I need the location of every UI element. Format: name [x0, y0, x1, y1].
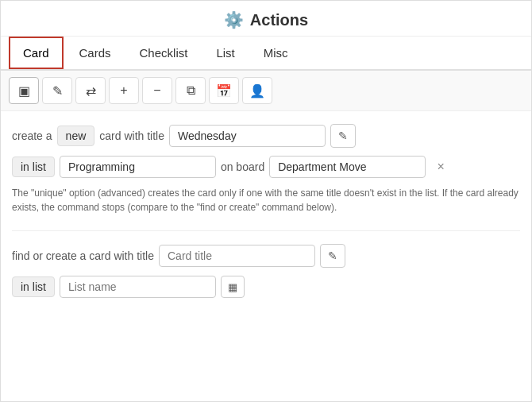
label-find-or-create: find or create a card with title	[12, 249, 154, 262]
header: ⚙️ Actions	[1, 1, 531, 37]
edit-button[interactable]: ✎	[42, 77, 72, 104]
title-input[interactable]	[169, 125, 326, 147]
label-on-board: on board	[221, 160, 264, 173]
label-card-with-title: card with title	[99, 129, 164, 142]
transfer-button[interactable]: ⇄	[75, 77, 106, 104]
list-name-input[interactable]	[60, 276, 216, 298]
content-area: create a new card with title ✎ in list o…	[1, 111, 531, 319]
tab-card[interactable]: Card	[9, 37, 64, 69]
tab-bar: Card Cards Checklist List Misc	[1, 37, 531, 71]
tag-new[interactable]: new	[57, 126, 95, 146]
tab-list[interactable]: List	[203, 38, 247, 68]
copy-button[interactable]: ⧉	[175, 77, 206, 104]
command-row-find-list: in list ▦	[12, 276, 520, 298]
calendar-button[interactable]: 📅	[209, 77, 239, 104]
tab-checklist[interactable]: Checklist	[127, 38, 201, 68]
divider	[12, 230, 520, 231]
tag-in-list-2[interactable]: in list	[12, 276, 55, 297]
command-row-2: in list on board ×	[12, 156, 520, 178]
tag-in-list[interactable]: in list	[12, 157, 55, 177]
board-input[interactable]	[269, 156, 426, 178]
tab-cards[interactable]: Cards	[67, 38, 124, 68]
grid-button[interactable]: ▦	[221, 276, 245, 298]
title-edit-button[interactable]: ✎	[330, 124, 356, 148]
command-row-find: find or create a card with title ✎	[12, 244, 520, 268]
close-button[interactable]: ×	[430, 157, 451, 177]
find-edit-button[interactable]: ✎	[320, 244, 345, 268]
main-window: ⚙️ Actions Card Cards Checklist List Mis…	[0, 0, 532, 402]
info-text: The "unique" option (advanced) creates t…	[12, 186, 520, 215]
gear-icon: ⚙️	[224, 10, 244, 29]
user-button[interactable]: 👤	[242, 77, 272, 104]
toolbar: ▣ ✎ ⇄ + − ⧉ 📅 👤	[1, 71, 531, 111]
find-title-input[interactable]	[159, 245, 315, 267]
card-view-button[interactable]: ▣	[9, 77, 39, 104]
command-row-1: create a new card with title ✎	[12, 124, 520, 148]
remove-button[interactable]: −	[142, 77, 172, 104]
list-input[interactable]	[60, 156, 216, 178]
label-create-a: create a	[12, 129, 52, 142]
add-button[interactable]: +	[109, 77, 139, 104]
tab-misc[interactable]: Misc	[251, 38, 301, 68]
page-title: Actions	[250, 11, 308, 29]
